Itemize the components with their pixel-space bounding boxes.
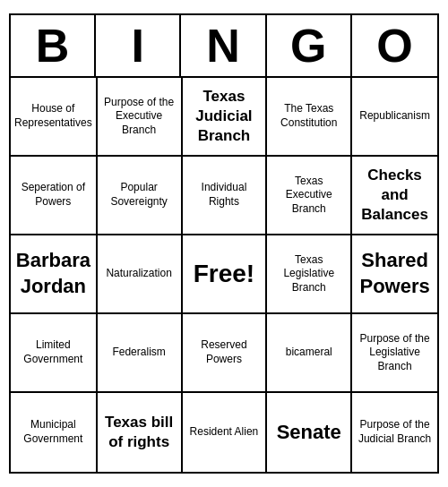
- bingo-cell-20: Municipal Government: [11, 393, 98, 472]
- cell-text-9: Checks and Balances: [356, 166, 434, 225]
- cell-text-24: Purpose of the Judicial Branch: [356, 418, 434, 446]
- bingo-cell-4: Republicanism: [352, 78, 437, 157]
- bingo-cell-2: Texas Judicial Branch: [183, 78, 268, 157]
- bingo-cell-14: Shared Powers: [352, 235, 437, 314]
- cell-text-14: Shared Powers: [356, 248, 434, 299]
- bingo-cell-11: Naturalization: [98, 235, 183, 314]
- bingo-cell-7: Individual Rights: [183, 157, 268, 235]
- cell-text-18: bicameral: [286, 346, 332, 360]
- cell-text-23: Senate: [277, 420, 341, 446]
- cell-text-16: Federalism: [112, 346, 165, 360]
- bingo-cell-3: The Texas Constitution: [267, 78, 352, 157]
- bingo-header: BINGO: [11, 15, 437, 78]
- cell-text-5: Seperation of Powers: [14, 181, 92, 209]
- cell-text-1: Purpose of the Executive Branch: [101, 96, 177, 138]
- cell-text-3: The Texas Constitution: [271, 102, 347, 130]
- cell-text-15: Limited Government: [14, 338, 92, 366]
- bingo-card: BINGO House of RepresentativesPurpose of…: [9, 13, 439, 474]
- bingo-grid: House of RepresentativesPurpose of the E…: [11, 78, 437, 472]
- bingo-cell-21: Texas bill of rights: [98, 393, 183, 472]
- bingo-cell-19: Purpose of the Legislative Branch: [352, 314, 437, 393]
- bingo-cell-6: Popular Sovereignty: [98, 157, 183, 235]
- cell-text-20: Municipal Government: [14, 418, 92, 446]
- cell-text-22: Resident Alien: [190, 425, 259, 440]
- bingo-cell-17: Reserved Powers: [183, 314, 268, 393]
- bingo-letter-i: I: [96, 15, 181, 76]
- cell-text-2: Texas Judicial Branch: [186, 87, 263, 146]
- cell-text-21: Texas bill of rights: [101, 413, 177, 452]
- bingo-cell-1: Purpose of the Executive Branch: [98, 78, 183, 157]
- bingo-cell-8: Texas Executive Branch: [267, 157, 352, 235]
- bingo-cell-5: Seperation of Powers: [11, 157, 98, 235]
- bingo-letter-n: N: [181, 15, 266, 76]
- bingo-cell-10: Barbara Jordan: [11, 235, 98, 314]
- cell-text-4: Republicanism: [359, 109, 430, 124]
- bingo-cell-13: Texas Legislative Branch: [267, 235, 352, 314]
- bingo-cell-22: Resident Alien: [183, 393, 268, 472]
- cell-text-7: Individual Rights: [186, 181, 263, 209]
- cell-text-13: Texas Legislative Branch: [271, 253, 347, 295]
- cell-text-19: Purpose of the Legislative Branch: [356, 332, 434, 374]
- bingo-cell-23: Senate: [267, 393, 352, 472]
- bingo-letter-b: B: [11, 15, 96, 76]
- cell-text-8: Texas Executive Branch: [271, 175, 347, 217]
- bingo-cell-0: House of Representatives: [11, 78, 98, 157]
- cell-text-11: Naturalization: [106, 267, 171, 281]
- cell-text-12: Free!: [194, 258, 254, 290]
- bingo-cell-12: Free!: [183, 235, 268, 314]
- bingo-cell-24: Purpose of the Judicial Branch: [352, 393, 437, 472]
- cell-text-0: House of Representatives: [14, 102, 92, 130]
- bingo-cell-16: Federalism: [98, 314, 183, 393]
- cell-text-17: Reserved Powers: [186, 338, 263, 366]
- bingo-cell-9: Checks and Balances: [352, 157, 437, 235]
- bingo-letter-o: O: [352, 15, 437, 76]
- cell-text-10: Barbara Jordan: [14, 248, 92, 299]
- bingo-cell-15: Limited Government: [11, 314, 98, 393]
- bingo-letter-g: G: [267, 15, 352, 76]
- bingo-cell-18: bicameral: [267, 314, 352, 393]
- cell-text-6: Popular Sovereignty: [101, 181, 177, 209]
